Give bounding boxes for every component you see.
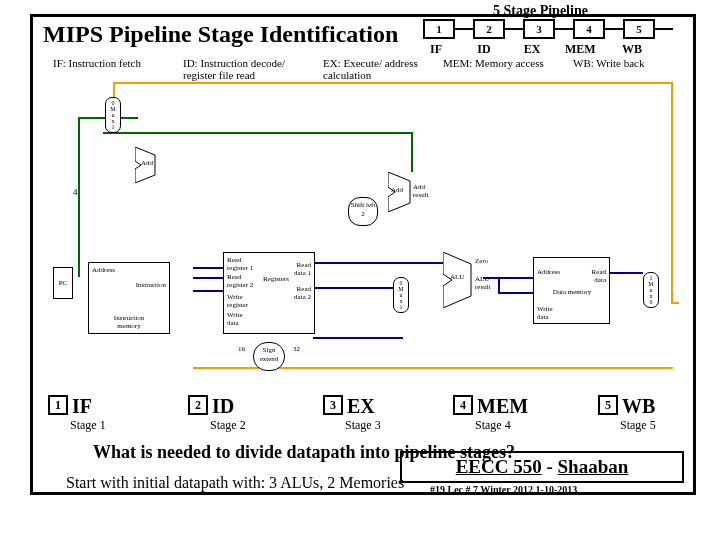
legend-if: IF: Instruction fetch — [53, 57, 141, 69]
data-memory: Address Read data Data memory Write data — [533, 257, 610, 324]
stage-ex: 3EXStage 3 — [323, 395, 381, 433]
wb-mux: 1Mux0 — [643, 272, 659, 308]
slide-title: MIPS Pipeline Stage Identification — [43, 21, 398, 48]
sign-extend: Sign extend — [253, 342, 285, 371]
footer-text: #19 Lec # 7 Winter 2012 1-10-2013 — [430, 484, 577, 495]
pc-register: PC — [53, 267, 73, 299]
instruction-memory: Address Instruction Instruction memory — [88, 262, 170, 334]
add-label: Add — [141, 159, 153, 167]
legend-wb: WB: Write back — [573, 57, 644, 69]
pipeline-label: 5 Stage Pipeline — [493, 3, 588, 19]
pipe-box: 4 — [573, 19, 605, 39]
pipe-box: 1 — [423, 19, 455, 39]
datapath-diagram: 0Mux1 PC Address Instruction Instruction… — [43, 77, 683, 387]
pipe-lbl: EX — [517, 42, 547, 57]
pc-mux: 0Mux1 — [105, 97, 121, 133]
stage-wb: 5WBStage 5 — [598, 395, 656, 433]
pipe-lbl: WB — [617, 42, 647, 57]
pipe-box: 5 — [623, 19, 655, 39]
register-file: Read register 1 Read register 2 Write re… — [223, 252, 315, 334]
alu-src-mux: 0Mux1 — [393, 277, 409, 313]
stage-id: 2IDStage 2 — [188, 395, 246, 433]
pipe-lbl: MEM — [565, 42, 595, 57]
const-4: 4 — [73, 187, 78, 197]
pipe-lbl: ID — [469, 42, 499, 57]
stage-if: 1IFStage 1 — [48, 395, 106, 433]
course-box: EECC 550 - Shaaban — [400, 451, 684, 483]
stage-mem: 4MEMStage 4 — [453, 395, 528, 433]
shift-left-2: Shift left 2 — [348, 197, 378, 226]
stage-row: 1IFStage 1 2IDStage 2 3EXStage 3 4MEMSta… — [43, 395, 683, 440]
pipe-box: 2 — [473, 19, 505, 39]
pipe-box: 3 — [523, 19, 555, 39]
start-text: Start with initial datapath with: 3 ALUs… — [66, 474, 404, 492]
pipe-lbl: IF — [421, 42, 451, 57]
slide-frame: MIPS Pipeline Stage Identification 5 Sta… — [30, 14, 696, 495]
legend-mem: MEM: Memory access — [443, 57, 544, 69]
pipeline-sequence: 1 2 3 4 5 IF ID EX MEM WB — [423, 20, 673, 38]
